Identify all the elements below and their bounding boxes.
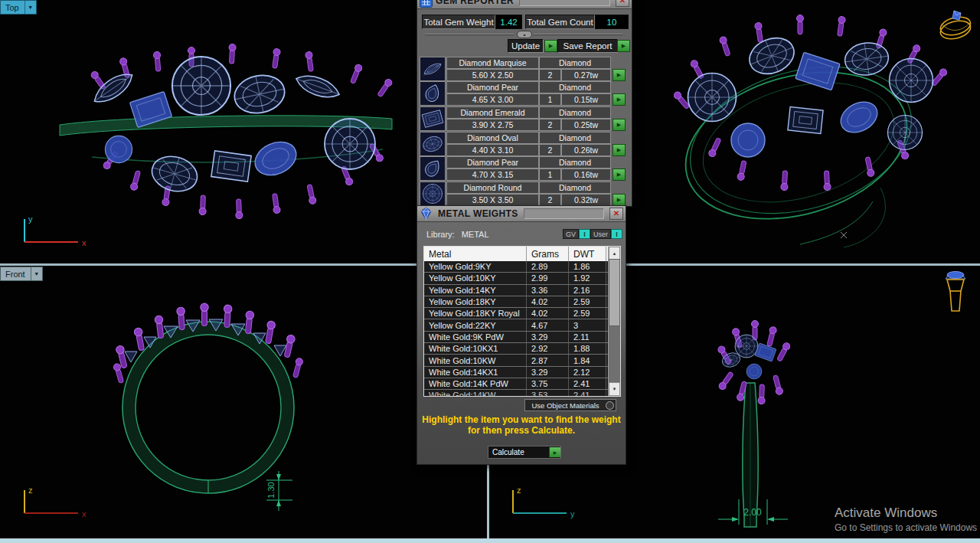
axis-triad-right: z y [507, 484, 583, 519]
metal-grams: 2.89 [527, 261, 569, 272]
metal-row[interactable]: White Gold:10KX1 2.92 1.88 [424, 343, 609, 355]
metal-row-partial[interactable]: White Gold:14KW 3.53 2.41 [424, 390, 609, 396]
user-toggle[interactable]: User I [590, 229, 622, 239]
gem-zoom-button[interactable]: ▶ [612, 194, 626, 206]
metal-row[interactable]: Yellow Gold:18KY 4.02 2.59 [424, 296, 609, 308]
metal-grams: 3.36 [527, 285, 569, 296]
gem-row[interactable]: Diamond Pear Diamond 4.65 X 3.00 1 0.15t… [420, 81, 629, 105]
update-button[interactable]: Update [508, 39, 544, 53]
gem-zoom-button[interactable]: ▶ [612, 168, 626, 181]
metal-grams: 2.87 [527, 355, 569, 365]
metal-weights-titlebar[interactable]: METAL WEIGHTS ✕ [417, 206, 626, 222]
metal-row[interactable]: White Gold:9K PdW 3.29 2.11 [424, 332, 609, 343]
gem-type: Diamond [539, 57, 611, 69]
app-canvas: 1.30 2.00 [0, 0, 980, 543]
library-value: METAL [462, 230, 489, 239]
gem-zoom-button[interactable]: ▶ [612, 93, 626, 106]
axis-label-h: x [82, 238, 87, 247]
library-label: Library: [426, 230, 455, 239]
metal-dwt: 2.41 [569, 378, 606, 389]
viewport-top-scene[interactable] [46, 42, 406, 234]
metal-row[interactable]: Yellow Gold:22KY 4.67 3 [424, 319, 609, 331]
screen-bottom-edge [0, 538, 980, 543]
column-header-dwt: DWT [569, 247, 606, 261]
total-gem-weight-label: Total Gem Weight [422, 15, 495, 29]
viewport-label-front[interactable]: Front ▼ [0, 267, 43, 281]
metal-table: Metal Grams DWT Yellow Gold:9KY 2.89 1.8… [423, 246, 621, 397]
viewport-perspective-scene[interactable] [643, 4, 965, 257]
chevron-down-icon[interactable]: ▼ [24, 1, 36, 14]
gem-size: 5.60 X 2.50 [446, 69, 539, 81]
scroll-down-icon[interactable]: ▼ [609, 382, 620, 396]
gem-row[interactable]: Diamond Round Diamond 3.50 X 3.50 2 0.32… [420, 182, 629, 205]
gv-switch[interactable]: I [579, 229, 590, 239]
save-report-button[interactable]: Save Report [557, 39, 618, 53]
scrollbar[interactable]: ▲ ▼ [608, 247, 620, 396]
metal-dwt: 1.86 [569, 261, 606, 272]
gem-thumbnail [420, 81, 446, 106]
gem-total-weight: 0.27tw [561, 69, 611, 81]
gv-toggle[interactable]: GV I [563, 229, 590, 239]
hint-text-line2: for then press Calculate. [417, 425, 626, 436]
viewport-label-text: Top [1, 1, 24, 14]
save-report-run-icon[interactable]: ▶ [617, 40, 630, 52]
divider [425, 34, 514, 34]
metal-row[interactable]: Yellow Gold:9KY 2.89 1.86 [424, 261, 609, 273]
gem-cut-name: Diamond Pear [446, 81, 539, 93]
gem-reporter-titlebar[interactable]: GEM REPORTER ✕ [417, 0, 632, 9]
axis-triad-top: y x [18, 213, 95, 248]
titlebar-grip[interactable] [519, 0, 610, 6]
gem-cut-name: Diamond Pear [446, 156, 539, 168]
gem-zoom-button[interactable]: ▶ [612, 119, 626, 131]
gem-thumbnail [420, 57, 446, 81]
axis-label-h: x [82, 509, 87, 518]
gem-row[interactable]: Diamond Marquise Diamond 5.60 X 2.50 2 0… [420, 57, 629, 80]
axis-label-v: y [28, 214, 33, 224]
metal-dwt: 2.41 [569, 390, 606, 396]
gem-zoom-button[interactable]: ▶ [612, 69, 626, 81]
metal-name: White Gold:14KX1 [424, 367, 527, 378]
gem-zoom-button[interactable]: ▶ [612, 144, 626, 156]
metal-name: White Gold:9K PdW [424, 332, 527, 342]
metal-row[interactable]: White Gold:10KW 2.87 1.84 [424, 355, 609, 366]
gem-qty: 1 [539, 93, 561, 106]
metal-list: Yellow Gold:9KY 2.89 1.86 Yellow Gold:10… [424, 261, 609, 396]
total-gem-count-value: 10 [595, 15, 629, 29]
titlebar-grip[interactable] [524, 208, 604, 219]
close-icon[interactable]: ✕ [616, 0, 629, 7]
gem-row[interactable]: Diamond Emerald Diamond 3.90 X 2.75 2 0.… [420, 106, 629, 130]
user-switch[interactable]: I [611, 229, 622, 239]
gem-size: 4.70 X 3.15 [446, 168, 539, 181]
metal-grams: 2.99 [527, 273, 569, 283]
gem-cut-name: Diamond Emerald [446, 106, 539, 119]
viewport-right-scene[interactable]: 2.00 [681, 306, 835, 536]
metal-row[interactable]: White Gold:14K PdW 3.75 2.41 [424, 378, 609, 390]
chevron-down-icon[interactable]: ▼ [31, 267, 42, 280]
gem-size: 3.50 X 3.50 [446, 194, 539, 206]
gem-total-weight: 0.16tw [561, 168, 611, 181]
gem-row[interactable]: Diamond Pear Diamond 4.70 X 3.15 1 0.16t… [420, 156, 629, 180]
axis-label-v: z [28, 486, 33, 495]
panel-title: METAL WEIGHTS [438, 208, 518, 219]
metal-name: Yellow Gold:10KY [424, 273, 527, 283]
use-object-materials-button[interactable]: Use Object Materials [524, 399, 616, 411]
metal-row[interactable]: Yellow Gold:18KY Royal 4.02 2.59 [424, 308, 609, 319]
close-icon[interactable]: ✕ [609, 208, 623, 220]
viewport-label-text: Front [1, 267, 31, 280]
metal-row[interactable]: Yellow Gold:10KY 2.99 1.92 [424, 273, 609, 284]
viewport-label-top[interactable]: Top ▼ [0, 0, 37, 15]
use-object-materials-label: Use Object Materials [525, 401, 606, 410]
collapse-button[interactable]: ▲ [517, 31, 532, 38]
viewport-front-scene[interactable]: 1.30 [92, 303, 337, 532]
update-run-icon[interactable]: ▶ [544, 40, 557, 52]
gem-row[interactable]: Diamond Oval Diamond 4.40 X 3.10 2 0.26t… [420, 132, 629, 155]
gem-qty: 2 [539, 69, 561, 81]
metal-row[interactable]: White Gold:14KX1 3.29 2.12 [424, 367, 609, 378]
scrollbar-thumb[interactable] [609, 259, 620, 326]
gem-qty: 2 [539, 119, 561, 131]
gem-type: Diamond [539, 156, 611, 168]
metal-row[interactable]: Yellow Gold:14KY 3.36 2.16 [424, 285, 609, 296]
calculate-button[interactable]: Calculate ▶ [488, 446, 561, 459]
metal-dwt: 1.84 [569, 355, 606, 365]
gem-total-weight: 0.15tw [561, 93, 611, 106]
